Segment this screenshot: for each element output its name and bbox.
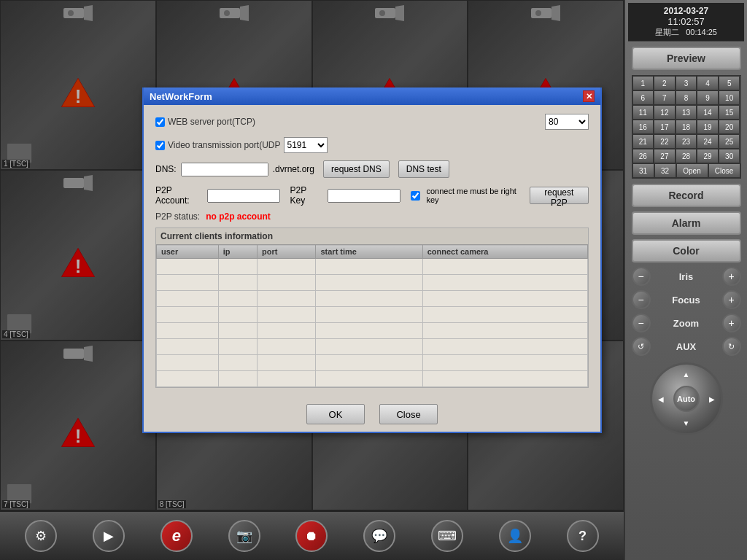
table-row	[157, 307, 588, 323]
ch-btn-23[interactable]: 23	[676, 134, 697, 149]
ptz-joystick[interactable]: ▲ ▼ ◀ ▶ Auto	[650, 362, 723, 435]
ch-btn-16[interactable]: 16	[632, 120, 654, 134]
channel-row-4: 16 17 18 19 20	[632, 120, 740, 134]
camera-button[interactable]: 📷	[228, 520, 260, 552]
aux-plus-button[interactable]: ↻	[722, 337, 741, 356]
focus-control: − Focus +	[632, 290, 741, 309]
aux-control: ↺ AUX ↻	[632, 337, 741, 356]
ch-btn-open[interactable]: Open	[676, 163, 708, 178]
p2p-key-label: P2P Key	[290, 185, 321, 206]
user-button[interactable]: 👤	[499, 520, 531, 552]
video-port-select[interactable]: 5191	[284, 137, 328, 153]
focus-plus-button[interactable]: +	[722, 290, 741, 309]
play-button[interactable]: ▶	[93, 520, 125, 552]
request-dns-button[interactable]: request DNS	[323, 160, 390, 178]
ch-btn-close[interactable]: Close	[708, 163, 740, 178]
dialog-close-icon[interactable]: ✕	[583, 90, 595, 102]
connect-me-checkbox[interactable]	[411, 191, 420, 201]
zoom-plus-button[interactable]: +	[722, 314, 741, 332]
web-server-port-select[interactable]: 80	[545, 114, 589, 130]
dns-input[interactable]	[181, 163, 268, 176]
dns-test-button[interactable]: DNS test	[398, 160, 449, 178]
time-display: 11:02:57	[630, 16, 743, 27]
table-row	[157, 259, 588, 275]
aux-minus-button[interactable]: ↺	[632, 337, 651, 356]
alarm-button[interactable]: Alarm	[632, 211, 741, 235]
ch-btn-32[interactable]: 32	[654, 163, 676, 178]
record-button[interactable]: ⏺	[295, 520, 328, 552]
web-server-port-row: WEB server port(TCP) 80	[155, 114, 589, 130]
joystick-down-arrow: ▼	[683, 419, 690, 427]
ch-btn-21[interactable]: 21	[632, 134, 654, 149]
ch-btn-31[interactable]: 31	[632, 163, 654, 178]
ch-btn-10[interactable]: 10	[719, 90, 740, 105]
ch-btn-9[interactable]: 9	[697, 90, 719, 105]
ch-btn-27[interactable]: 27	[654, 149, 676, 163]
iris-plus-button[interactable]: +	[722, 267, 741, 286]
ch-btn-24[interactable]: 24	[697, 134, 719, 149]
ch-btn-5[interactable]: 5	[719, 76, 740, 90]
request-p2p-button[interactable]: request P2P	[530, 187, 589, 204]
joystick-right-arrow: ▶	[709, 395, 715, 403]
web-server-checkbox[interactable]	[155, 117, 165, 127]
channel-grid: 1 2 3 4 5 6 7 8 9 10 11 12 13 14 15 16 1…	[632, 75, 741, 179]
ch-btn-18[interactable]: 18	[676, 120, 697, 134]
record-button[interactable]: Record	[632, 184, 741, 207]
ch-btn-19[interactable]: 19	[697, 120, 719, 134]
client-info-section: Current clients information user ip port…	[155, 228, 589, 388]
ch-btn-15[interactable]: 15	[719, 105, 740, 120]
dns-domain: .dvrnet.org	[273, 164, 314, 174]
ch-btn-13[interactable]: 13	[676, 105, 697, 120]
ch-btn-3[interactable]: 3	[676, 76, 697, 90]
ch-btn-20[interactable]: 20	[719, 120, 740, 134]
chat-button[interactable]: 💬	[363, 520, 395, 552]
iris-minus-button[interactable]: −	[632, 267, 651, 286]
focus-label: Focus	[651, 295, 722, 306]
ch-btn-1[interactable]: 1	[632, 76, 654, 90]
joystick-left-arrow: ◀	[658, 395, 664, 403]
ch-btn-17[interactable]: 17	[654, 120, 676, 134]
ch-btn-4[interactable]: 4	[697, 76, 719, 90]
ch-btn-29[interactable]: 29	[697, 149, 719, 163]
p2p-account-input[interactable]	[207, 189, 280, 203]
close-button[interactable]: Close	[379, 404, 438, 424]
col-user: user	[157, 245, 219, 259]
preview-button[interactable]: Preview	[632, 47, 741, 70]
settings-button[interactable]: ⚙	[25, 520, 57, 552]
ie-button[interactable]: e	[160, 520, 193, 552]
help-button[interactable]: ?	[567, 520, 599, 552]
ch-btn-25[interactable]: 25	[719, 134, 740, 149]
ch-btn-14[interactable]: 14	[697, 105, 719, 120]
ch-btn-22[interactable]: 22	[654, 134, 676, 149]
table-row	[157, 275, 588, 291]
chat-icon: 💬	[371, 528, 387, 544]
zoom-control: − Zoom +	[632, 314, 741, 332]
ch-btn-30[interactable]: 30	[719, 149, 740, 163]
color-button[interactable]: Color	[632, 239, 741, 262]
right-panel: 2012-03-27 11:02:57 星期二 00:14:25 Preview…	[624, 0, 747, 560]
ok-button[interactable]: OK	[306, 404, 365, 424]
p2p-key-input[interactable]	[328, 189, 400, 203]
zoom-label: Zoom	[651, 318, 722, 329]
ch-btn-6[interactable]: 6	[632, 90, 654, 105]
aux-label: AUX	[651, 341, 722, 352]
main-toolbar: ⚙ ▶ e 📷 ⏺ 💬 ⌨ 👤 ?	[0, 510, 624, 560]
dialog-footer: OK Close	[144, 397, 600, 432]
keyboard-button[interactable]: ⌨	[431, 520, 463, 552]
focus-minus-button[interactable]: −	[632, 290, 651, 309]
video-port-checkbox[interactable]	[155, 141, 165, 150]
weekday-display: 星期二 00:14:25	[630, 27, 743, 38]
channel-row-5: 21 22 23 24 25	[632, 134, 740, 149]
ch-btn-8[interactable]: 8	[676, 90, 697, 105]
channel-row-2: 6 7 8 9 10	[632, 90, 740, 105]
ch-btn-7[interactable]: 7	[654, 90, 676, 105]
ch-btn-2[interactable]: 2	[654, 76, 676, 90]
dialog-titlebar: NetWorkForm ✕	[144, 88, 600, 105]
dialog-title: NetWorkForm	[150, 91, 212, 102]
ch-btn-11[interactable]: 11	[632, 105, 654, 120]
ch-btn-26[interactable]: 26	[632, 149, 654, 163]
col-start-time: start time	[316, 245, 422, 259]
ch-btn-12[interactable]: 12	[654, 105, 676, 120]
ch-btn-28[interactable]: 28	[676, 149, 697, 163]
zoom-minus-button[interactable]: −	[632, 314, 651, 332]
